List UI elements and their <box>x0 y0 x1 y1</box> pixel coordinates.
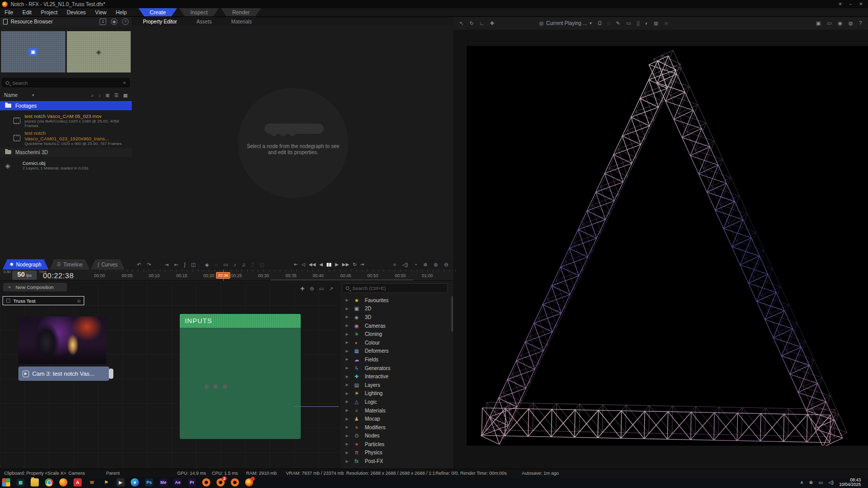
timeline-right-icon[interactable]: ◔ <box>414 262 417 267</box>
transport-button[interactable]: ▶ <box>335 262 339 267</box>
transport-button[interactable]: ◀ <box>319 262 323 267</box>
clear-search-icon[interactable]: ✕ <box>123 81 126 85</box>
taskbar-app-icon[interactable]: 2 <box>216 478 225 486</box>
sort-field-dropdown[interactable]: Name <box>4 92 18 98</box>
display-mode-icon[interactable]: ▭ <box>626 20 631 26</box>
palette-category[interactable]: ▶ ◐ Colour <box>340 338 451 347</box>
palette-category[interactable]: ▶ ♟ Mocap <box>340 414 451 423</box>
chevron-right-icon[interactable]: ▶ <box>346 425 348 429</box>
bottom-tab[interactable]: ʃ Curves <box>91 259 125 270</box>
timecode-display[interactable]: 00:22:38 <box>43 272 74 280</box>
transform-tool-icon[interactable]: ∟ <box>479 20 485 26</box>
taskbar-app-icon[interactable]: Ae <box>174 478 182 486</box>
taskbar-app-icon[interactable] <box>245 478 253 486</box>
display-mode-icon[interactable]: ▯ <box>637 20 640 26</box>
thumbnail-video[interactable]: ▣ <box>1 31 65 72</box>
object-row-cornici[interactable]: ◈ Cornici.obj 2 Layers, 1 Material, load… <box>0 158 132 173</box>
edit-icon[interactable]: ⇤ <box>174 262 178 267</box>
taskbar-app-icon[interactable]: Me <box>159 478 167 486</box>
transport-button[interactable]: ⇤ <box>294 262 298 267</box>
node-port-dot[interactable] <box>213 384 218 389</box>
palette-category[interactable]: ▶ ⊙ Nodes <box>340 432 451 441</box>
timeline-right-icon[interactable]: ◁) <box>402 262 408 267</box>
fps-control[interactable]: 50 fps <box>12 271 37 280</box>
palette-scrollbar[interactable] <box>451 296 453 332</box>
palette-category[interactable]: ▶ △ Logic <box>340 398 451 406</box>
file-row-1[interactable]: test notch Vasco_CAM 05_023.mov prores (… <box>0 113 132 128</box>
property-tab[interactable]: Property Editor <box>143 19 177 25</box>
chevron-right-icon[interactable]: ▶ <box>346 459 348 463</box>
menu-item[interactable]: Help <box>111 8 132 16</box>
palette-category[interactable]: ▶ ★ Favourites <box>340 296 451 305</box>
taskbar-app-icon[interactable] <box>2 478 10 486</box>
chevron-right-icon[interactable]: ▶ <box>346 451 348 455</box>
inputs-group-node[interactable]: INPUTS <box>180 314 301 439</box>
menu-item[interactable]: Project <box>36 8 62 16</box>
viewport-right-icon[interactable]: ▭ <box>827 20 832 26</box>
palette-category[interactable]: ▶ ☁ Fields <box>340 355 451 364</box>
display-mode-icon[interactable]: ◍ <box>654 20 659 26</box>
browser-tool-icon[interactable]: ⊞ <box>106 92 110 99</box>
taskbar-clock[interactable]: 08:43 10/04/2025 <box>839 478 864 487</box>
chevron-right-icon[interactable]: ▶ <box>346 400 348 404</box>
taskbar-app-icon[interactable] <box>45 478 53 486</box>
resource-search-input[interactable] <box>9 80 123 86</box>
palette-category[interactable]: ▶ ▦ Deformers <box>340 347 451 356</box>
nodegraph-canvas[interactable]: ＋ New Composition Truss Test ◎ ✚⊖▭↗ INPU… <box>0 281 339 469</box>
transform-tool-icon[interactable]: ↖ <box>460 20 464 26</box>
composition-item[interactable]: Truss Test ◎ <box>3 296 84 305</box>
node-output-connector[interactable] <box>109 369 113 379</box>
chevron-right-icon[interactable]: ▶ <box>346 375 348 379</box>
taskbar-app-icon[interactable]: ▦ <box>16 478 25 486</box>
palette-category[interactable]: ▶ ▤ Layers <box>340 381 451 389</box>
menu-item[interactable]: Edit <box>18 8 36 16</box>
timeline-right-icon[interactable]: ≈ <box>393 262 396 267</box>
viewport-tool-icon[interactable]: ◌ <box>607 20 610 26</box>
taskbar-app-icon[interactable]: W <box>88 478 96 486</box>
chevron-right-icon[interactable]: ▶ <box>346 442 348 446</box>
marker-icon[interactable]: ♪ <box>234 262 236 267</box>
window-control-icon[interactable]: ✳ <box>838 2 842 7</box>
browser-tool-icon[interactable]: ⌕ <box>91 92 93 99</box>
viewport-right-icon[interactable]: ▣ <box>816 20 821 26</box>
bottom-tab[interactable]: ☰ Timeline <box>50 259 90 270</box>
taskbar-app-icon[interactable]: e <box>131 478 139 486</box>
timeline-right-icon[interactable]: ⊚ <box>433 262 438 267</box>
display-mode-icon[interactable]: ◐ <box>645 20 648 26</box>
viewport-right-icon[interactable]: ◍ <box>849 20 853 26</box>
palette-category[interactable]: ▶ ✚ Interactive <box>340 372 451 381</box>
palette-category[interactable]: ▶ ○ Materials <box>340 406 451 415</box>
chevron-right-icon[interactable]: ▶ <box>346 417 348 421</box>
transport-button[interactable]: ↻ <box>353 262 357 267</box>
chevron-right-icon[interactable]: ▶ <box>346 332 348 336</box>
canvas-tool-icon[interactable]: ↗ <box>329 286 333 291</box>
mode-tab[interactable]: Inspect <box>179 8 219 16</box>
chevron-right-icon[interactable]: ▶ <box>346 357 348 361</box>
window-control-icon[interactable]: − <box>849 2 852 7</box>
palette-category[interactable]: ▶ π Physics <box>340 449 451 457</box>
folder-row-mascherini[interactable]: Mascherini 3D <box>0 148 132 157</box>
marker-icon[interactable]: ◫ <box>260 262 264 267</box>
palette-category[interactable]: ▶ ☀ Lighting <box>340 389 451 398</box>
palette-category[interactable]: ▶ ▣ 2D <box>340 305 451 313</box>
chevron-right-icon[interactable]: ▶ <box>346 408 348 412</box>
header-icon[interactable]: ◉ <box>111 18 117 25</box>
node-port-dot[interactable] <box>204 384 209 389</box>
viewport-right-icon[interactable]: ? <box>859 20 862 26</box>
tray-icon[interactable]: ∧ <box>800 480 804 485</box>
chevron-right-icon[interactable]: ▶ <box>346 340 348 345</box>
mode-tab[interactable]: Create <box>138 8 177 16</box>
edit-icon[interactable]: ʃ <box>184 262 185 267</box>
chevron-right-icon[interactable]: ▶ <box>346 392 348 396</box>
mode-tab[interactable]: Render <box>221 8 261 16</box>
chevron-right-icon[interactable]: ▶ <box>346 366 348 370</box>
history-icon[interactable]: ↷ <box>147 262 151 267</box>
transform-tool-icon[interactable]: ✚ <box>490 20 494 26</box>
marker-icon[interactable]: ◌ <box>214 262 218 267</box>
taskbar-app-icon[interactable]: A <box>74 478 82 486</box>
chevron-right-icon[interactable]: ▶ <box>346 307 348 311</box>
chevron-right-icon[interactable]: ▶ <box>346 298 348 302</box>
group-node-header[interactable]: INPUTS <box>180 314 301 328</box>
tray-icon[interactable]: ⊕ <box>809 480 813 485</box>
chevron-right-icon[interactable]: ▶ <box>346 324 348 328</box>
